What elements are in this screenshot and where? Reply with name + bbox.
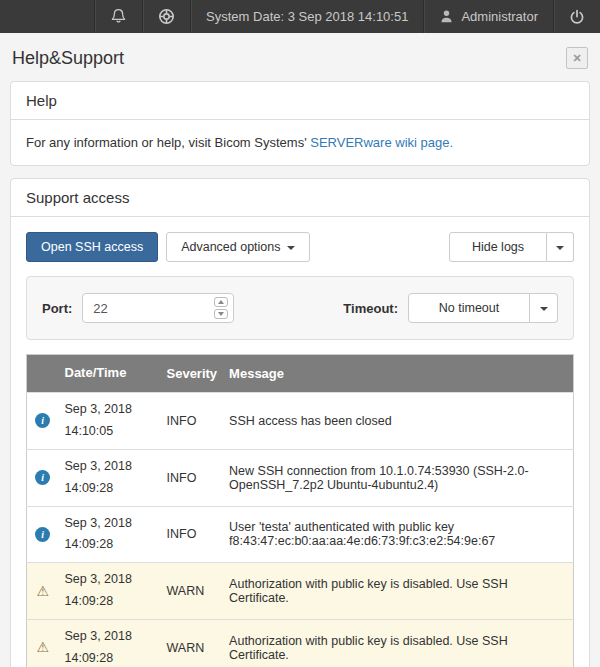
help-text: For any information or help, visit Bicom… [26,135,310,150]
close-icon[interactable]: ✕ [566,47,588,69]
timeout-value[interactable]: No timeout [408,293,530,323]
advanced-options-button[interactable]: Advanced options [166,232,309,262]
hide-logs-group: Hide logs [449,232,574,262]
support-access-panel: Support access Open SSH access Advanced … [10,178,590,667]
log-datetime: Sep 3, 201814:09:28 [59,620,161,667]
system-date-label: System Date: 3 Sep 2018 14:10:51 [206,9,408,24]
support-button-row: Open SSH access Advanced options Hide lo… [26,232,574,262]
system-date: System Date: 3 Sep 2018 14:10:51 [190,0,423,33]
spinner-up-button[interactable] [214,297,228,307]
header-message: Message [223,355,573,393]
chevron-up-icon [218,300,224,304]
ssh-options-box: Port: Timeout: No timeout [26,276,574,340]
log-datetime: Sep 3, 201814:10:05 [59,393,161,450]
page-title-row: Help&Support ✕ [0,33,600,81]
user-name: Administrator [461,9,538,24]
warning-icon: ⚠ [27,563,59,620]
support-panel-title: Support access [11,179,589,217]
log-message: New SSH connection from 10.1.0.74:53930 … [223,449,573,506]
help-panel-body: For any information or help, visit Bicom… [11,120,589,165]
timeout-dropdown-button[interactable] [530,293,558,323]
timeout-select: No timeout [408,293,558,323]
page-title: Help&Support [12,48,124,69]
bell-icon [110,8,127,25]
open-ssh-access-button[interactable]: Open SSH access [26,232,158,262]
support-button[interactable] [142,0,190,33]
support-panel-body: Open SSH access Advanced options Hide lo… [11,217,589,667]
port-input[interactable] [82,293,234,323]
log-severity: INFO [161,506,224,563]
user-icon [439,9,454,24]
chevron-down-icon [556,246,564,250]
advanced-options-label: Advanced options [181,239,280,255]
header-datetime: Date/Time [59,355,161,393]
log-message: Authorization with public key is disable… [223,620,573,667]
log-severity: WARN [161,620,224,667]
user-menu[interactable]: Administrator [423,0,553,33]
chevron-down-icon [287,246,295,250]
port-spinner [214,297,228,319]
timeout-label: Timeout: [343,301,398,316]
header-icon-col [27,355,59,393]
help-panel-title: Help [11,82,589,120]
port-label: Port: [42,301,72,316]
power-icon [569,9,585,25]
notifications-button[interactable] [94,0,142,33]
log-message: SSH access has been closed [223,393,573,450]
log-row: iSep 3, 201814:09:28INFOUser 'testa' aut… [27,506,574,563]
info-icon: i [27,393,59,450]
log-datetime: Sep 3, 201814:09:28 [59,563,161,620]
warning-icon: ⚠ [27,620,59,667]
wiki-link[interactable]: SERVERware wiki page. [310,135,453,150]
logout-button[interactable] [553,0,600,33]
log-severity: INFO [161,449,224,506]
chevron-down-icon [218,312,224,316]
log-severity: WARN [161,563,224,620]
log-severity: INFO [161,393,224,450]
spinner-down-button[interactable] [214,309,228,319]
log-table: Date/Time Severity Message iSep 3, 20181… [26,354,574,667]
log-datetime: Sep 3, 201814:09:28 [59,506,161,563]
info-icon: i [27,449,59,506]
lifering-icon [158,8,175,25]
log-row: iSep 3, 201814:10:05INFOSSH access has b… [27,393,574,450]
chevron-down-icon [540,307,548,311]
log-message: User 'testa' authenticated with public k… [223,506,573,563]
log-row: iSep 3, 201814:09:28INFONew SSH connecti… [27,449,574,506]
log-table-body: iSep 3, 201814:10:05INFOSSH access has b… [27,393,574,667]
log-row: ⚠Sep 3, 201814:09:28WARNAuthorization wi… [27,563,574,620]
hide-logs-dropdown-button[interactable] [547,232,574,262]
topbar: System Date: 3 Sep 2018 14:10:51 Adminis… [0,0,600,33]
hide-logs-button[interactable]: Hide logs [449,232,547,262]
info-icon: i [27,506,59,563]
help-panel: Help For any information or help, visit … [10,81,590,166]
log-table-header-row: Date/Time Severity Message [27,355,574,393]
log-row: ⚠Sep 3, 201814:09:28WARNAuthorization wi… [27,620,574,667]
port-field-wrap [82,293,234,323]
log-datetime: Sep 3, 201814:09:28 [59,449,161,506]
log-message: Authorization with public key is disable… [223,563,573,620]
header-severity: Severity [161,355,224,393]
